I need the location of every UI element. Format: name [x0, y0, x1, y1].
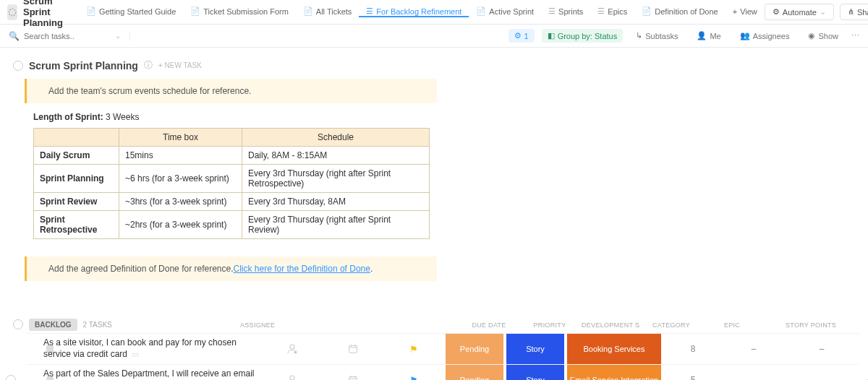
- event-timebox: ~2hrs (for a 3-week sprint): [119, 211, 242, 239]
- callout-events: Add the team's scrum events schedule for…: [25, 79, 437, 103]
- dev-status-tag[interactable]: Pending: [446, 334, 503, 364]
- group-icon: ◧: [548, 31, 555, 40]
- table-row: Daily Scrum 15mins Daily, 8AM - 8:15AM: [34, 147, 430, 165]
- list-icon: ☰: [366, 7, 373, 16]
- filter-icon: ⚙: [514, 31, 522, 40]
- group-chip[interactable]: BACKLOG: [29, 319, 77, 331]
- tab-backlog-refinement[interactable]: ☰For Backlog Refinement: [359, 7, 469, 17]
- app-icon[interactable]: [7, 4, 17, 20]
- event-timebox: ~6 hrs (for a 3-week sprint): [119, 165, 242, 193]
- top-bar: Scrum Sprint Planning 📄Getting Started G…: [0, 0, 868, 25]
- tab-ticket-submission[interactable]: 📄Ticket Submission Form: [183, 7, 296, 17]
- col-duedate: DUE DATE: [460, 321, 518, 329]
- search-box[interactable]: 🔍 ⌄: [9, 31, 130, 41]
- sprint-goal-cell[interactable]: –: [786, 375, 858, 380]
- search-input[interactable]: [24, 32, 89, 40]
- group-by-chip[interactable]: ◧Group by: Status: [542, 29, 624, 43]
- story-points[interactable]: 5: [664, 375, 722, 380]
- col-priority: PRIORITY: [521, 321, 579, 329]
- sprint-cell[interactable]: –: [725, 375, 783, 380]
- row-more-icon[interactable]: ⋯: [861, 374, 868, 380]
- sprint-goal-cell[interactable]: –: [786, 344, 858, 354]
- duedate-cell[interactable]: [324, 343, 382, 355]
- col-timebox: Time box: [119, 129, 242, 147]
- duedate-cell[interactable]: [324, 374, 382, 380]
- info-icon[interactable]: ⓘ: [144, 59, 153, 72]
- blank-header: [34, 129, 119, 147]
- event-name: Sprint Planning: [34, 165, 119, 193]
- chevron-down-icon: ⌄: [820, 7, 826, 17]
- filter-chip[interactable]: ⚙1: [509, 29, 535, 43]
- svg-point-4: [290, 376, 294, 380]
- event-name: Sprint Review: [34, 193, 119, 211]
- task-row[interactable]: As part of the Sales Department, I will …: [26, 364, 859, 380]
- tab-active-sprint[interactable]: 📄Active Sprint: [469, 7, 541, 17]
- doc-icon: ▭: [132, 349, 139, 359]
- event-timebox: ~3hrs (for a 3-week sprint): [119, 193, 242, 211]
- list-area: BACKLOG 2 TASKS ASSIGNEE DUE DATE PRIORI…: [9, 316, 859, 380]
- col-schedule: Schedule: [242, 129, 430, 147]
- add-view-button[interactable]: +View: [726, 7, 765, 17]
- more-icon[interactable]: ⋯: [851, 31, 859, 40]
- event-timebox: 15mins: [119, 147, 242, 165]
- eye-icon: ◉: [808, 31, 815, 40]
- page-title: Scrum Sprint Planning: [23, 0, 69, 28]
- chevron-down-icon[interactable]: ⌄: [115, 32, 121, 40]
- doc-icon: 📄: [86, 7, 96, 16]
- task-name[interactable]: As part of the Sales Department, I will …: [43, 366, 260, 380]
- task-row[interactable]: As a site visitor, I can book and pay fo…: [26, 333, 859, 364]
- story-points[interactable]: 8: [664, 344, 722, 354]
- subtasks-button[interactable]: ↳Subtasks: [630, 29, 684, 43]
- search-icon: 🔍: [9, 31, 20, 41]
- me-button[interactable]: 👤Me: [691, 29, 726, 43]
- list-icon: ☰: [548, 7, 556, 16]
- epic-tag[interactable]: Booking Services: [567, 334, 661, 364]
- assignee-cell[interactable]: [263, 342, 321, 355]
- task-name[interactable]: As a site visitor, I can book and pay fo…: [43, 334, 260, 363]
- plus-icon: +: [733, 7, 737, 16]
- group-count: 2 TASKS: [83, 321, 112, 329]
- table-row: Sprint Review ~3hrs (for a 3-week sprint…: [34, 193, 430, 211]
- automate-icon: ⚙: [773, 7, 780, 17]
- list-icon: ☰: [597, 7, 605, 16]
- tab-all-tickets[interactable]: 📄All Tickets: [296, 7, 359, 17]
- doc-icon: 📄: [476, 7, 486, 16]
- show-button[interactable]: ◉Show: [802, 29, 844, 43]
- length-of-sprint: Length of Sprint: 3 Weeks: [33, 112, 859, 122]
- top-right: ⚙Automate⌄ ⋔Share: [765, 4, 868, 20]
- event-schedule: Every 3rd Thursday (right after Sprint R…: [242, 211, 430, 239]
- tab-epics[interactable]: ☰Epics: [590, 7, 634, 17]
- assignees-button[interactable]: 👥Assignees: [734, 29, 796, 43]
- list-icon: 📄: [303, 7, 313, 16]
- section-head: Scrum Sprint Planning ⓘ + NEW TASK: [13, 59, 859, 72]
- assignee-cell[interactable]: [263, 373, 321, 380]
- svg-rect-3: [349, 345, 357, 353]
- automate-button[interactable]: ⚙Automate⌄: [765, 4, 834, 20]
- group-toggle-icon[interactable]: [13, 319, 23, 329]
- col-epic: EPIC: [703, 321, 761, 329]
- tabs-bar: 📄Getting Started Guide 📄Ticket Submissio…: [79, 7, 765, 17]
- share-button[interactable]: ⋔Share: [840, 4, 868, 20]
- svg-point-0: [9, 9, 15, 15]
- table-row: Sprint Planning ~6 hrs (for a 3-week spr…: [34, 165, 430, 193]
- section-toggle-icon[interactable]: [13, 61, 23, 71]
- col-category: CATEGORY: [642, 321, 700, 329]
- col-sprint: SPRINT: [861, 321, 868, 329]
- tab-definition-of-done[interactable]: 📄Definition of Done: [634, 7, 725, 17]
- epic-tag[interactable]: Email Service Integration: [567, 365, 661, 380]
- event-schedule: Every 3rd Thursday, 8AM: [242, 193, 430, 211]
- category-tag[interactable]: Story: [506, 365, 564, 380]
- sprint-cell[interactable]: –: [725, 344, 783, 354]
- category-tag[interactable]: Story: [506, 334, 564, 364]
- tab-sprints[interactable]: ☰Sprints: [541, 7, 590, 17]
- dod-link[interactable]: Click here for the Definition of Done: [234, 264, 370, 274]
- priority-flag-icon[interactable]: ⚑: [385, 375, 443, 381]
- dev-status-tag[interactable]: Pending: [446, 365, 503, 380]
- col-points: STORY POINTS: [764, 321, 858, 329]
- event-schedule: Every 3rd Thursday (right after Sprint R…: [242, 165, 430, 193]
- priority-flag-icon[interactable]: ⚑: [385, 344, 443, 355]
- toolbar-right: ⚙1 ◧Group by: Status ↳Subtasks 👤Me 👥Assi…: [509, 29, 860, 43]
- top-left: Scrum Sprint Planning 📄Getting Started G…: [7, 0, 765, 28]
- tab-getting-started[interactable]: 📄Getting Started Guide: [79, 7, 183, 17]
- new-task-button[interactable]: + NEW TASK: [158, 61, 202, 69]
